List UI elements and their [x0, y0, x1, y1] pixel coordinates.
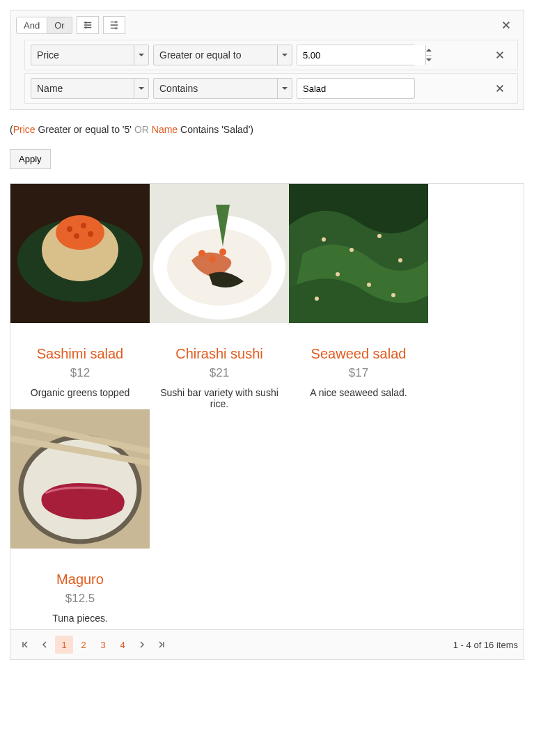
expr-text: Contains 'Salad'): [178, 124, 253, 135]
svg-point-21: [391, 293, 395, 297]
and-button[interactable]: And: [16, 17, 47, 34]
svg-point-7: [74, 233, 79, 239]
expr-text: Greater or equal to '5': [36, 124, 134, 135]
filter-toolbar: And Or: [10, 10, 524, 40]
item-image: [289, 184, 428, 323]
svg-point-20: [367, 283, 371, 287]
pager-page-button[interactable]: 4: [113, 636, 132, 654]
next-page-icon: [139, 641, 145, 648]
field-dropdown[interactable]: Price: [31, 45, 149, 65]
item-description: Organic greens topped: [10, 387, 150, 398]
operator-dropdown[interactable]: Contains: [153, 78, 292, 99]
pager-next-button[interactable]: [133, 636, 151, 654]
list-item: Seaweed salad $17 A nice seaweed salad.: [289, 184, 428, 409]
value-text-input[interactable]: [297, 78, 415, 99]
svg-point-13: [219, 249, 226, 255]
svg-point-15: [322, 237, 326, 242]
list-scroll[interactable]: Sashimi salad $12 Organic greens topped …: [10, 184, 524, 629]
item-image: [10, 409, 150, 549]
item-price: $12.5: [10, 592, 150, 606]
apply-button[interactable]: Apply: [10, 149, 51, 169]
or-button[interactable]: Or: [47, 17, 72, 34]
item-description: Tuna pieces.: [10, 613, 150, 624]
item-image: [150, 184, 289, 323]
close-group-button[interactable]: [494, 17, 518, 33]
pager-info: 1 - 4 of 16 items: [453, 640, 518, 650]
delete-rule-button[interactable]: [488, 47, 512, 63]
expr-field: Name: [152, 124, 178, 135]
add-group-button[interactable]: [103, 16, 125, 34]
add-expression-icon: [83, 20, 93, 30]
svg-point-3: [56, 215, 104, 250]
item-image: [10, 184, 150, 323]
chevron-down-icon: [134, 79, 144, 98]
delete-rule-button[interactable]: [488, 81, 512, 96]
item-title: Chirashi sushi: [150, 346, 289, 362]
item-description: A nice seaweed salad.: [289, 387, 428, 398]
svg-point-19: [336, 272, 340, 276]
filter-rule: Price Greater or equal to: [24, 40, 518, 70]
operator-dropdown[interactable]: Greater or equal to: [153, 45, 292, 65]
first-page-icon: [22, 641, 29, 648]
caret-up-icon: [426, 49, 432, 52]
items-container: Sashimi salad $12 Organic greens topped …: [10, 184, 524, 624]
logic-toggle: And Or: [16, 17, 72, 34]
svg-point-11: [198, 250, 205, 257]
chevron-down-icon: [277, 45, 288, 65]
add-expression-button[interactable]: [77, 16, 99, 34]
number-spinners: [425, 45, 432, 65]
svg-point-12: [209, 255, 216, 262]
pager-page-button[interactable]: 1: [55, 636, 73, 654]
svg-point-22: [315, 297, 319, 301]
pager-last-button[interactable]: [152, 636, 171, 654]
chevron-down-icon: [277, 79, 288, 98]
prev-page-icon: [42, 641, 47, 648]
expr-logic: OR: [134, 124, 149, 135]
list-item: Chirashi sushi $21 Sushi bar variety wit…: [150, 184, 289, 409]
close-icon: [495, 50, 505, 60]
operator-value: Contains: [154, 83, 292, 94]
add-group-icon: [109, 20, 119, 30]
svg-point-5: [81, 223, 86, 228]
last-page-icon: [158, 641, 165, 648]
filter-builder: And Or Price Greater or equal to: [10, 10, 524, 110]
pager: 1 2 3 4 1 - 4 of 16 items: [10, 629, 524, 659]
spin-down-button[interactable]: [426, 56, 432, 65]
list-item: Maguro $12.5 Tuna pieces.: [10, 409, 150, 624]
item-description: Sushi bar variety with sushi rice.: [150, 387, 289, 409]
svg-point-16: [350, 248, 354, 252]
close-icon: [501, 20, 511, 30]
field-dropdown[interactable]: Name: [31, 78, 149, 99]
expr-field: Price: [13, 124, 36, 135]
caret-down-icon: [426, 58, 432, 61]
item-title: Sashimi salad: [10, 346, 150, 362]
list-item: Sashimi salad $12 Organic greens topped: [10, 184, 150, 409]
value-input[interactable]: [297, 45, 425, 65]
close-icon: [495, 84, 505, 93]
filter-rule: Name Contains: [24, 73, 518, 104]
svg-point-6: [88, 231, 93, 237]
spin-up-button[interactable]: [426, 45, 432, 56]
list-view: Sashimi salad $12 Organic greens topped …: [10, 183, 524, 660]
pager-first-button[interactable]: [16, 636, 34, 654]
field-value: Name: [31, 83, 148, 94]
svg-point-17: [377, 234, 382, 238]
pager-prev-button[interactable]: [36, 636, 54, 654]
item-title: Maguro: [10, 572, 150, 588]
item-price: $12: [10, 366, 150, 380]
pager-page-button[interactable]: 3: [94, 636, 112, 654]
filter-expression: (Price Greater or equal to '5' OR Name C…: [10, 124, 524, 135]
item-price: $17: [289, 366, 428, 380]
svg-point-4: [67, 226, 72, 232]
chevron-down-icon: [134, 45, 144, 65]
field-value: Price: [31, 49, 148, 61]
item-title: Seaweed salad: [289, 346, 428, 362]
svg-point-18: [398, 258, 402, 262]
item-price: $21: [150, 366, 289, 380]
value-number-input: [297, 45, 415, 65]
operator-value: Greater or equal to: [154, 49, 292, 61]
pager-page-button[interactable]: 2: [74, 636, 93, 654]
